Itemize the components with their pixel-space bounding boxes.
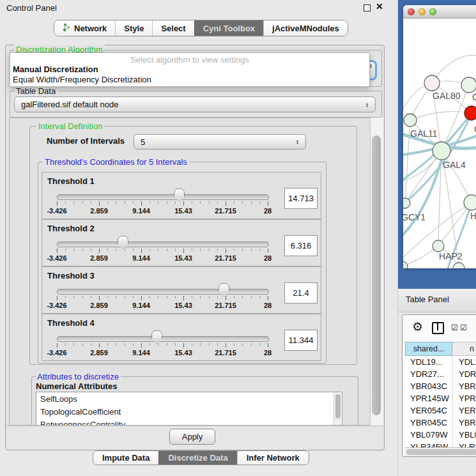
table-row[interactable]: YBR045C YBR0: [405, 417, 476, 429]
slider-tick: [158, 296, 158, 298]
tab-network[interactable]: Network: [54, 20, 115, 36]
node-GAL11[interactable]: [404, 114, 417, 127]
slider-tick-label: 9.144: [132, 254, 150, 262]
tab-label: Cyni Toolbox: [203, 24, 255, 33]
tab-label: Infer Network: [247, 453, 300, 463]
list-item[interactable]: BetweennessCentrality: [36, 418, 342, 426]
list-item[interactable]: TopologicalCoefficient: [36, 405, 342, 418]
node-HAP2[interactable]: [433, 240, 444, 252]
node-H[interactable]: [464, 195, 476, 210]
tab-select[interactable]: Select: [152, 20, 194, 36]
cell-name[interactable]: YER0: [452, 404, 476, 417]
panel-scrollbar-thumb[interactable]: [372, 135, 381, 415]
node-GCY1[interactable]: [403, 198, 410, 208]
slider-tick: [73, 343, 74, 346]
network-window-titlebar[interactable]: [403, 5, 476, 19]
cell-shared-name[interactable]: YBL079W: [405, 430, 452, 440]
cell-shared-name[interactable]: YDR27...: [405, 369, 452, 379]
table-data-group-title: Table Data: [14, 86, 58, 96]
table-row[interactable]: YBL079W YBL0: [405, 429, 476, 441]
network-canvas[interactable]: GAL80 G C GAL11 GAL4 GCY1 H HAP2: [403, 19, 476, 268]
tab-discretize-data[interactable]: Discretize Data: [158, 451, 236, 464]
tab-cyni-toolbox[interactable]: Cyni Toolbox: [194, 20, 263, 36]
gear-icon[interactable]: ⚙: [412, 319, 423, 334]
threshold-value-field[interactable]: 11.344: [284, 330, 318, 351]
slider-tick-label: 21.715: [215, 254, 236, 262]
table-row[interactable]: YPR145W YPR1: [405, 392, 476, 404]
cell-name[interactable]: YBR0: [452, 417, 476, 429]
threshold-value-field[interactable]: 21.4: [284, 282, 318, 303]
cell-shared-name[interactable]: YBR045C: [405, 418, 452, 427]
column-header-shared-name[interactable]: shared...: [405, 342, 452, 356]
table-row[interactable]: YER054C YER0: [405, 404, 476, 417]
threshold-slider-track[interactable]: [57, 289, 269, 295]
tab-jactivemnodules[interactable]: jActiveMNodules: [263, 20, 348, 36]
node-bottom-left[interactable]: [403, 261, 408, 268]
node-GAL80[interactable]: [424, 75, 440, 91]
threshold-slider-track[interactable]: [57, 336, 269, 342]
numerical-attributes-label: Numerical Attributes: [36, 381, 117, 391]
node-label: G: [472, 92, 476, 102]
cell-name[interactable]: YLR3: [452, 441, 476, 447]
cell-shared-name[interactable]: YBR043C: [405, 381, 452, 391]
dropdown-option[interactable]: Manual Discretization: [13, 65, 98, 74]
apply-button[interactable]: Apply: [169, 429, 215, 445]
table-data-combo[interactable]: galFiltered.sif default node ▲▼: [14, 96, 376, 112]
dropdown-option[interactable]: Equal Width/Frequency Discretization: [13, 75, 151, 84]
slider-tick: [242, 343, 243, 346]
node-GAL4[interactable]: [433, 142, 450, 160]
list-scrollbar-thumb[interactable]: [335, 394, 341, 418]
slider-tick-labels: -3.4262.8599.14415.4321.71528: [57, 302, 268, 309]
slider-tick: [242, 201, 243, 204]
threshold-slider-track[interactable]: [57, 242, 269, 247]
cell-name[interactable]: YBR0: [452, 380, 476, 392]
cell-shared-name[interactable]: YER054C: [405, 406, 452, 415]
slider-tick: [82, 296, 83, 298]
table-row[interactable]: YDR27... YDR2: [405, 368, 476, 380]
node-label: GAL80: [433, 91, 461, 101]
cell-name[interactable]: YDL1: [452, 356, 476, 368]
cell-name[interactable]: YDR2: [452, 368, 476, 380]
close-icon[interactable]: ✕: [376, 1, 383, 12]
network-graph[interactable]: GAL80 G C GAL11 GAL4 GCY1 H HAP2: [403, 19, 476, 268]
slider-tick: [99, 296, 100, 300]
tab-impute-data[interactable]: Impute Data: [93, 451, 158, 464]
slider-tick: [217, 201, 218, 204]
node-red-selected[interactable]: [464, 106, 476, 120]
table-row[interactable]: YLR345W YLR3: [405, 441, 476, 447]
list-scrollbar[interactable]: [334, 393, 341, 426]
table-hscrollbar-thumb[interactable]: [406, 449, 476, 455]
list-item[interactable]: SelfLoops: [36, 392, 342, 405]
table-hscrollbar[interactable]: [405, 447, 476, 456]
slider-tick: [192, 201, 192, 204]
spinner-icon: ▲▼: [296, 139, 299, 144]
slider-tick: [107, 249, 108, 251]
cell-name[interactable]: YPR1: [452, 392, 476, 404]
float-window-icon[interactable]: [364, 4, 371, 12]
zoom-traffic-light[interactable]: [429, 8, 436, 15]
slider-tick: [251, 249, 252, 251]
slider-tick: [175, 249, 176, 251]
threshold-value-field[interactable]: 14.713: [284, 188, 318, 209]
cell-name[interactable]: YBL0: [452, 429, 476, 441]
minimize-traffic-light[interactable]: [418, 8, 426, 15]
cell-shared-name[interactable]: YLR345W: [405, 442, 452, 447]
table-row[interactable]: YBR043C YBR0: [405, 380, 476, 392]
checkbox-icon[interactable]: ☑: [460, 323, 467, 332]
cell-shared-name[interactable]: YDL19...: [405, 357, 452, 367]
tab-style[interactable]: Style: [115, 20, 152, 36]
slider-ticks: [57, 249, 268, 254]
close-traffic-light[interactable]: [408, 8, 415, 15]
column-layout-icon[interactable]: [432, 322, 444, 334]
checkbox-icon[interactable]: ☑: [451, 323, 458, 332]
slider-tick: [242, 249, 243, 251]
cell-shared-name[interactable]: YPR145W: [405, 394, 452, 403]
node-bottom[interactable]: [453, 263, 464, 268]
number-of-intervals-combo[interactable]: 5 ▲▼: [134, 134, 306, 150]
table-row[interactable]: YDL19... YDL1: [405, 356, 476, 368]
node-top-right[interactable]: [461, 77, 476, 93]
threshold-slider-track[interactable]: [57, 194, 269, 200]
threshold-value-field[interactable]: 6.316: [284, 235, 318, 256]
column-header-name[interactable]: n: [452, 342, 476, 356]
tab-infer-network[interactable]: Infer Network: [237, 451, 309, 464]
